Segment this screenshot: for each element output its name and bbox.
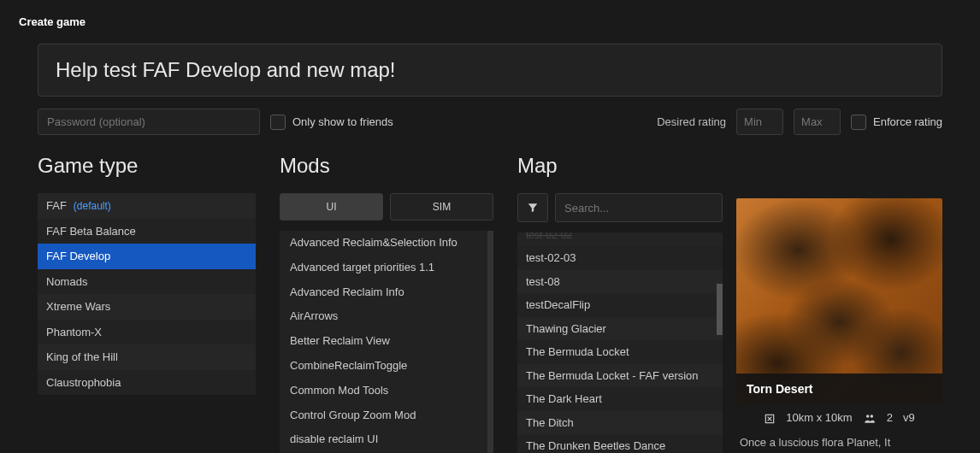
max-rating-input[interactable] [794,109,841,135]
tab-sim[interactable]: SIM [390,193,493,221]
svg-point-1 [866,415,870,418]
game-name-input[interactable] [38,44,942,97]
map-item[interactable]: The Dark Heart [517,387,723,411]
mod-item[interactable]: Common Mod Tools [280,379,493,403]
map-meta-bar: 10km x 10km 2 v9 [736,404,942,432]
map-version: v9 [903,411,915,424]
game-type-item[interactable]: Phantom-X [38,320,256,345]
map-item[interactable]: test-08 [517,270,723,294]
game-type-item[interactable]: FAF Beta Balance [38,219,256,244]
mods-heading: Mods [280,154,493,178]
enforce-rating-label: Enforce rating [873,115,942,128]
map-item[interactable]: test-02-02 [517,232,723,246]
checkbox-box [270,115,286,130]
map-item[interactable]: The Ditch [517,411,723,435]
mod-item[interactable]: Better Reclaim View [280,329,493,354]
map-item[interactable]: test-02-03 [517,246,723,270]
map-item[interactable]: The Bermuda Locket [517,340,723,364]
game-type-item[interactable]: King of the Hill [38,344,256,370]
map-item[interactable]: The Drunken Beetles Dance [517,434,723,453]
game-type-heading: Game type [38,154,256,178]
map-name: Torn Desert [736,374,942,404]
map-heading: Map [517,154,723,178]
game-type-item[interactable]: FAF(default) [38,193,256,219]
only-friends-checkbox[interactable]: Only show to friends [270,115,393,130]
map-size-icon [764,411,776,425]
min-rating-input[interactable] [736,109,783,135]
window-title: Create game [19,15,942,28]
game-type-item[interactable]: Xtreme Wars [38,294,256,320]
desired-rating-label: Desired rating [657,115,726,128]
tab-ui[interactable]: UI [280,193,383,221]
only-friends-label: Only show to friends [292,115,393,128]
map-item[interactable]: testDecalFlip [517,293,723,317]
mod-item[interactable]: Control Group Zoom Mod [280,403,493,428]
map-item[interactable]: The Bermuda Locket - FAF version [517,364,723,388]
mod-item[interactable]: CombineReclaimToggle [280,354,493,379]
filter-icon [527,202,539,214]
map-preview-image: Torn Desert [736,198,942,404]
players-icon [863,411,877,425]
game-type-list: FAF(default)FAF Beta BalanceFAF DevelopN… [38,193,256,395]
game-type-item[interactable]: Nomads [38,269,256,295]
svg-point-2 [870,415,873,418]
game-type-item[interactable]: Claustrophobia [38,370,256,396]
map-filter-button[interactable] [517,193,548,222]
map-description: Once a luscious flora Planet, It possess… [736,432,942,453]
game-type-item[interactable]: FAF Develop [38,244,256,269]
map-size: 10km x 10km [786,411,852,424]
mod-item[interactable]: disable reclaim UI [280,427,493,452]
mod-item[interactable]: Advanced target priorities 1.1 [280,256,493,280]
enforce-rating-checkbox[interactable]: Enforce rating [851,115,942,130]
map-item[interactable]: Thawing Glacier [517,317,723,341]
checkbox-box [851,115,866,130]
mod-item[interactable]: Advanced Reclaim Info [280,280,493,305]
mods-list: Advanced Reclaim&Selection InfoAdvanced … [280,231,493,453]
map-search-input[interactable] [555,193,723,222]
map-players: 2 [887,411,893,424]
map-list: test-02-02test-02-03test-08testDecalFlip… [517,232,723,453]
mod-item[interactable]: AirArrows [280,304,493,329]
password-input[interactable] [38,109,260,135]
default-tag: (default) [74,200,111,212]
mod-item[interactable]: Advanced Reclaim&Selection Info [280,231,493,256]
